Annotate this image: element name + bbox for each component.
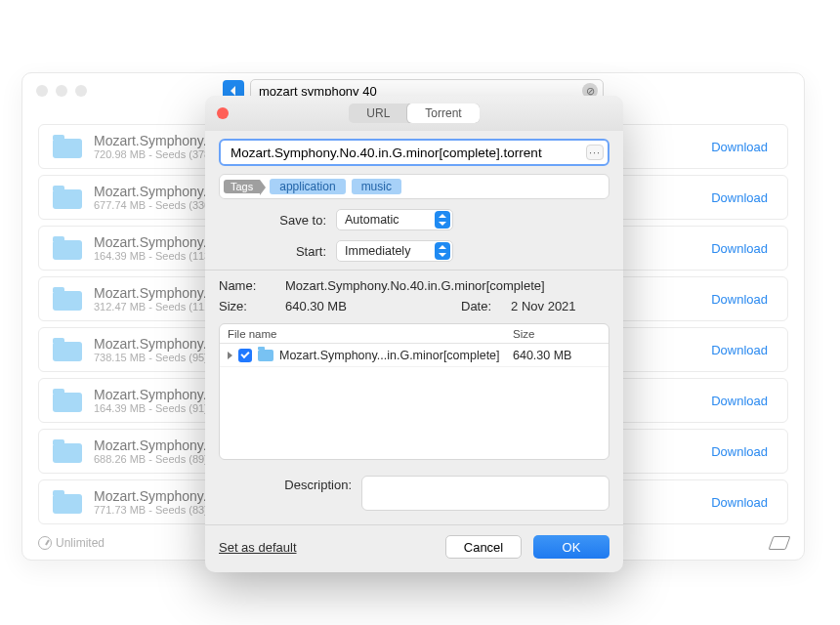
download-link[interactable]: Download xyxy=(705,343,774,357)
disclosure-triangle-icon[interactable] xyxy=(228,352,232,359)
folder-icon xyxy=(53,287,82,311)
browse-button[interactable]: ··· xyxy=(586,145,604,160)
save-to-label: Save to: xyxy=(219,213,326,228)
file-list: File name Size Mozart.Symphony...in.G.mi… xyxy=(219,323,609,460)
folder-icon xyxy=(53,236,82,260)
close-icon[interactable] xyxy=(36,85,48,97)
description-label: Description: xyxy=(244,476,352,492)
chevron-up-down-icon xyxy=(435,211,450,229)
description-input[interactable] xyxy=(361,476,609,511)
tags-field[interactable]: Tags application music xyxy=(219,174,609,199)
download-link[interactable]: Download xyxy=(705,190,774,205)
dialog-close-icon[interactable] xyxy=(217,107,229,119)
folder-icon xyxy=(53,439,82,463)
file-checkbox[interactable] xyxy=(238,349,252,362)
folder-icon xyxy=(53,135,82,158)
dialog-footer: Set as default Cancel OK xyxy=(205,525,623,572)
size-value: 640.30 MB xyxy=(285,299,441,313)
minimize-icon[interactable] xyxy=(56,85,67,97)
file-size: 640.30 MB xyxy=(513,349,601,362)
start-select[interactable]: Immediately xyxy=(336,240,453,262)
download-link[interactable]: Download xyxy=(705,292,774,307)
file-name: Mozart.Symphony...in.G.minor[complete] xyxy=(279,349,513,362)
folder-icon xyxy=(53,389,82,412)
eraser-icon[interactable] xyxy=(768,536,790,550)
file-list-header: File name Size xyxy=(220,324,609,344)
speed-indicator[interactable]: Unlimited xyxy=(38,536,105,550)
window-controls xyxy=(36,85,87,97)
cancel-button[interactable]: Cancel xyxy=(445,535,522,559)
torrent-file-field: ··· xyxy=(219,139,609,166)
set-as-default-link[interactable]: Set as default xyxy=(219,540,297,555)
tag-music[interactable]: music xyxy=(352,179,401,194)
download-link[interactable]: Download xyxy=(705,495,774,510)
add-download-dialog: URL Torrent ··· Tags application music S… xyxy=(205,96,623,572)
col-filename[interactable]: File name xyxy=(228,328,513,340)
download-link[interactable]: Download xyxy=(705,444,774,459)
tab-torrent[interactable]: Torrent xyxy=(407,104,479,123)
ok-button[interactable]: OK xyxy=(533,535,609,559)
source-segmented-control: URL Torrent xyxy=(349,104,479,123)
name-label: Name: xyxy=(219,278,266,293)
start-value: Immediately xyxy=(345,244,410,258)
folder-icon xyxy=(258,350,273,361)
col-size[interactable]: Size xyxy=(513,328,601,340)
speed-label: Unlimited xyxy=(56,536,105,550)
download-link[interactable]: Download xyxy=(705,140,774,154)
file-row[interactable]: Mozart.Symphony...in.G.minor[complete] 6… xyxy=(220,344,609,367)
chevron-up-down-icon xyxy=(435,242,450,260)
gauge-icon xyxy=(38,536,52,550)
torrent-meta: Name: Mozart.Symphony.No.40.in.G.minor[c… xyxy=(205,271,623,319)
name-value: Mozart.Symphony.No.40.in.G.minor[complet… xyxy=(285,278,545,293)
folder-icon xyxy=(53,338,82,361)
folder-icon xyxy=(53,186,82,209)
save-to-select[interactable]: Automatic xyxy=(336,209,453,230)
tag-application[interactable]: application xyxy=(270,179,345,194)
save-to-value: Automatic xyxy=(345,213,399,227)
torrent-file-input[interactable] xyxy=(229,145,586,161)
chevron-left-icon xyxy=(229,86,238,96)
download-link[interactable]: Download xyxy=(705,394,774,408)
date-value: 2 Nov 2021 xyxy=(511,299,576,313)
size-label: Size: xyxy=(219,299,266,313)
download-link[interactable]: Download xyxy=(705,241,774,256)
zoom-icon[interactable] xyxy=(75,85,87,97)
tags-label: Tags xyxy=(224,180,260,193)
start-label: Start: xyxy=(219,244,326,259)
dialog-header: URL Torrent xyxy=(205,96,623,131)
folder-icon xyxy=(53,490,82,514)
tab-url[interactable]: URL xyxy=(349,104,407,123)
date-label: Date: xyxy=(461,299,491,313)
